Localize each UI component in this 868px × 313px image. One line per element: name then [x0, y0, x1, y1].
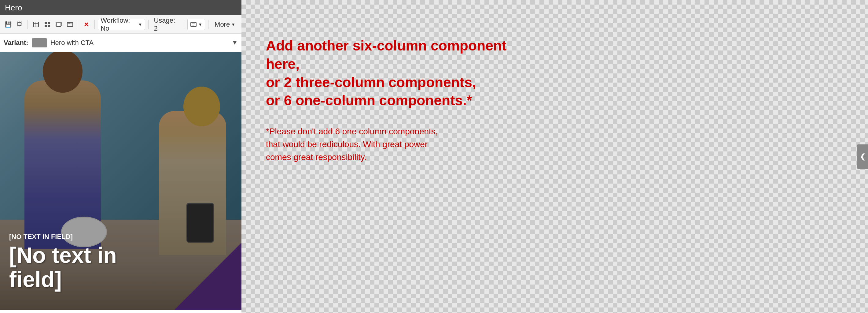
collapse-icon: ❮ [860, 153, 865, 161]
right-panel: Add another six-column component here, o… [242, 0, 868, 313]
variant-label: Variant: [4, 39, 28, 47]
crop-icon[interactable] [31, 19, 41, 30]
toolbar-separator-2 [78, 20, 78, 29]
more-button[interactable]: More ▼ [212, 19, 238, 30]
right-sub-text: *Please don't add 6 one column component… [266, 125, 541, 164]
usage-label: Usage: 2 [151, 19, 181, 30]
toolbar-separator-3 [94, 20, 95, 29]
layers-icon[interactable] [54, 19, 64, 30]
more-label: More [215, 21, 230, 28]
svg-rect-14 [191, 22, 196, 27]
right-main-text: Add another six-column component here, o… [266, 37, 541, 110]
svg-rect-5 [44, 25, 47, 27]
hero-large-text: [No text infield] [9, 243, 117, 292]
workflow-label: Workflow: No [100, 17, 136, 32]
variant-name: Hero with CTA [51, 39, 228, 47]
svg-rect-0 [34, 22, 38, 27]
toolbar-separator-6 [208, 20, 209, 29]
delete-icon[interactable]: ✕ [81, 19, 91, 30]
svg-rect-9 [57, 23, 61, 26]
svg-rect-6 [48, 25, 50, 27]
workflow-dropdown[interactable]: Workflow: No ▼ [98, 19, 145, 30]
usage-text: Usage: 2 [154, 17, 179, 32]
toolbar-separator-5 [184, 20, 184, 29]
title-bar-label: Hero [5, 3, 22, 12]
hero-small-label: [NO TEXT IN FIELD] [9, 233, 117, 241]
title-bar: Hero [0, 0, 242, 15]
publish-dropdown[interactable]: ▼ [187, 19, 205, 30]
image-icon[interactable]: 🖼 [14, 19, 25, 30]
svg-rect-3 [44, 22, 47, 24]
variant-thumbnail [32, 38, 47, 48]
publish-dropdown-arrow: ▼ [198, 22, 202, 27]
collapse-handle[interactable]: ❮ [857, 144, 868, 169]
hero-text-area: [NO TEXT IN FIELD] [No text infield] [9, 233, 117, 292]
save-icon[interactable]: 💾 [3, 19, 13, 30]
toolbar-separator-4 [148, 20, 149, 29]
variant-dropdown-icon[interactable]: ▼ [232, 39, 238, 46]
variant-bar: Variant: Hero with CTA ▼ [0, 34, 242, 52]
left-panel: Hero 💾 🖼 [0, 0, 242, 313]
more-chevron-icon: ▼ [231, 22, 235, 27]
svg-point-13 [69, 23, 70, 23]
svg-rect-4 [48, 22, 50, 24]
workflow-dropdown-arrow: ▼ [138, 22, 143, 27]
window-icon[interactable] [65, 19, 75, 30]
toolbar: 💾 🖼 [0, 15, 242, 34]
toolbar-separator-1 [28, 20, 28, 29]
right-content-area: Add another six-column component here, o… [266, 37, 541, 164]
svg-point-12 [68, 23, 68, 23]
hero-image-area[interactable]: [NO TEXT IN FIELD] [No text infield] [0, 52, 242, 310]
grid-icon[interactable] [42, 19, 52, 30]
